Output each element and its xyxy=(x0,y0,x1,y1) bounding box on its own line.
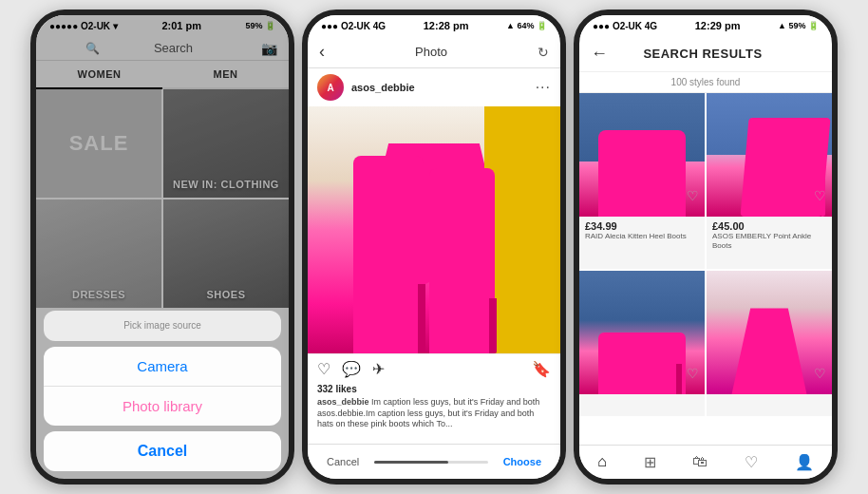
sr-back-arrow-icon[interactable]: ← xyxy=(591,44,608,64)
battery-2: ▲ 64% 🔋 xyxy=(506,21,547,30)
status-bar-2: ●●● O2-UK 4G 12:28 pm ▲ 64% 🔋 xyxy=(308,15,560,36)
wishlist-icon-3[interactable]: ♡ xyxy=(687,366,699,381)
product-name-2: ASOS EMBERLY Point Ankle Boots xyxy=(712,232,826,252)
progress-fill xyxy=(374,461,448,464)
time-3: 12:29 pm xyxy=(695,20,741,31)
boot-3 xyxy=(598,332,686,394)
product-info-4 xyxy=(707,394,832,402)
sheet-title-container: Pick image source xyxy=(44,311,281,341)
sr-subheader: 100 styles found xyxy=(579,72,832,93)
nav-bag-icon[interactable]: 🛍 xyxy=(692,453,708,471)
cancel-button[interactable]: Cancel xyxy=(44,431,281,471)
product-info-3 xyxy=(579,394,705,402)
sheet-items: Camera Photo library xyxy=(44,347,281,426)
product-item-2[interactable]: ♡ £45.00 ASOS EMBERLY Point Ankle Boots xyxy=(707,93,832,269)
user-avatar[interactable]: A xyxy=(317,74,344,101)
comment-icon[interactable]: 💬 xyxy=(342,360,361,378)
boot-body-1 xyxy=(604,155,679,217)
username[interactable]: asos_debbie xyxy=(351,82,415,93)
denim-2 xyxy=(707,93,832,155)
action-sheet: Pick image source Camera Photo library C… xyxy=(36,311,289,479)
ig-photo xyxy=(308,106,560,353)
battery-3: ▲ 59% 🔋 xyxy=(778,21,819,30)
sr-title: SEARCH RESULTS xyxy=(617,47,788,61)
ig-choose-button[interactable]: Choose xyxy=(496,452,549,471)
likes-count: 332 likes xyxy=(308,384,560,397)
boot-2 xyxy=(750,149,825,218)
ig-caption: asos_debbie Im caption less guys, but it… xyxy=(308,397,560,434)
wishlist-icon-1[interactable]: ♡ xyxy=(687,188,699,203)
progress-bar xyxy=(374,461,487,464)
ig-actions-bar: ♡ 💬 ✈ 🔖 xyxy=(308,353,560,384)
back-arrow-icon[interactable]: ‹ xyxy=(319,42,325,62)
ig-bottom-bar: Cancel Choose xyxy=(308,444,560,479)
heel-right xyxy=(489,298,497,354)
product-item-1[interactable]: ♡ £34.99 RAID Alecia Kitten Heel Boots xyxy=(579,93,705,269)
nav-search-icon[interactable]: ⊞ xyxy=(644,453,656,471)
bookmark-icon[interactable]: 🔖 xyxy=(532,360,551,378)
nav-home-icon[interactable]: ⌂ xyxy=(597,453,607,471)
refresh-icon[interactable]: ↻ xyxy=(538,45,549,60)
photo-library-option[interactable]: Photo library xyxy=(44,387,281,426)
carrier-2: ●●● O2-UK 4G xyxy=(321,21,386,31)
time-2: 12:28 pm xyxy=(424,20,469,31)
product-info-1: £34.99 RAID Alecia Kitten Heel Boots xyxy=(579,217,705,245)
product-price-2: £45.00 xyxy=(712,220,826,232)
phone-instagram: ●●● O2-UK 4G 12:28 pm ▲ 64% 🔋 ‹ Photo ↻ … xyxy=(302,10,566,484)
denim-1 xyxy=(579,93,705,162)
product-item-4[interactable]: ♡ xyxy=(707,271,832,416)
phone-search-results: ●●● O2-UK 4G 12:29 pm ▲ 59% 🔋 ← SEARCH R… xyxy=(574,10,838,484)
like-icon[interactable]: ♡ xyxy=(317,360,330,378)
nav-wishlist-icon[interactable]: ♡ xyxy=(745,453,758,471)
caption-username: asos_debbie xyxy=(317,397,369,407)
boot-right xyxy=(429,168,495,353)
product-info-2: £45.00 ASOS EMBERLY Point Ankle Boots xyxy=(707,217,832,256)
heel-left xyxy=(418,284,425,353)
camera-option[interactable]: Camera xyxy=(44,347,281,387)
wishlist-icon-2[interactable]: ♡ xyxy=(814,188,826,203)
product-grid-sr: ♡ £34.99 RAID Alecia Kitten Heel Boots ♡… xyxy=(579,93,832,416)
ig-header: ‹ Photo ↻ xyxy=(308,36,560,68)
status-bar-3: ●●● O2-UK 4G 12:29 pm ▲ 59% 🔋 xyxy=(579,15,832,36)
ig-header-title: Photo xyxy=(415,45,447,59)
wishlist-icon-4[interactable]: ♡ xyxy=(814,366,826,381)
phone-asos: ●●●●● O2-UK ▾ 2:01 pm 59% 🔋 🔍 📷 WOMEN ME… xyxy=(30,10,294,484)
carrier-3: ●●● O2-UK 4G xyxy=(593,21,657,31)
share-icon[interactable]: ✈ xyxy=(372,360,385,378)
product-item-3[interactable]: ♡ xyxy=(579,271,705,416)
bottom-nav: ⌂ ⊞ 🛍 ♡ 👤 xyxy=(579,445,832,479)
boot-left xyxy=(353,156,424,353)
sheet-title: Pick image source xyxy=(44,320,281,331)
ig-cancel-button[interactable]: Cancel xyxy=(319,452,367,471)
more-options-icon[interactable]: ··· xyxy=(536,79,551,96)
heel-1 xyxy=(680,180,686,217)
product-price-1: £34.99 xyxy=(585,220,699,232)
heel-3 xyxy=(676,364,682,395)
product-name-1: RAID Alecia Kitten Heel Boots xyxy=(585,232,699,241)
heel-shoe-4 xyxy=(731,308,806,394)
nav-profile-icon[interactable]: 👤 xyxy=(795,453,814,471)
sr-header: ← SEARCH RESULTS xyxy=(579,36,832,72)
ig-user-row: A asos_debbie ··· xyxy=(308,68,560,106)
